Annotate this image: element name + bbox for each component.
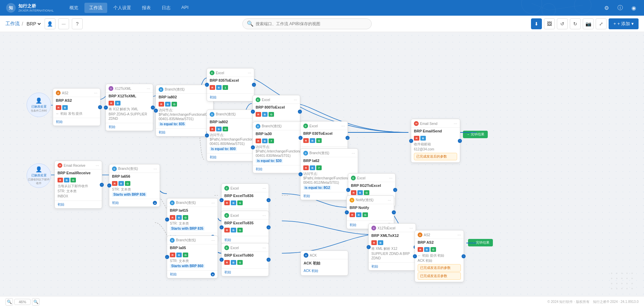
excel5-port-right[interactable]: → xyxy=(267,198,271,202)
redo-btn[interactable]: ↻ xyxy=(570,18,581,29)
settings-icon[interactable]: ⚙ xyxy=(602,3,611,13)
emailsend-port-left[interactable]: ← xyxy=(409,139,413,143)
branch5-status[interactable]: 初始 xyxy=(112,200,119,205)
excel2-menu[interactable]: ··· xyxy=(294,97,297,102)
excel6-status[interactable]: 初始 xyxy=(224,238,231,242)
branch5-menu[interactable]: ··· xyxy=(154,166,157,171)
as2-2-port-right[interactable]: → xyxy=(462,254,466,258)
workflow-canvas[interactable]: 👤 已触发处置 当条件工作时 A AS2 ··· BRP AS2 R B ← 初… xyxy=(0,32,644,307)
as2-node-2[interactable]: A AS2 ··· BRP AS2 R B G ← 初始 提供 初始 ACK 初… xyxy=(415,230,464,282)
branch3-port-left[interactable]: ← xyxy=(251,145,255,149)
nav-reports[interactable]: 报表 xyxy=(137,3,156,13)
branch1-node[interactable]: B Branch(查找) ··· BRP la802 R B G 访问节点: $… xyxy=(156,85,213,136)
excel6-port-left[interactable]: ← xyxy=(220,225,224,229)
x12toxml-node[interactable]: X X12ToXML ··· BRP X12ToXML R B 将 X12 解析… xyxy=(106,84,153,131)
excel5-port-left[interactable]: ← xyxy=(220,198,224,202)
branch6-menu[interactable]: ··· xyxy=(211,200,215,205)
excel1-node[interactable]: E Excel ··· BRP 835ToExcel R B 1 初始 → ← xyxy=(207,68,254,101)
emailsend-done-btn[interactable]: → 完毕结果 xyxy=(463,131,488,138)
emailsend-port-right[interactable]: → xyxy=(458,139,462,143)
add-button[interactable]: + + 添加 ▾ xyxy=(609,18,639,29)
as2-2-done-btn[interactable]: → 完毕结果 xyxy=(468,239,493,246)
nav-overview[interactable]: 概览 xyxy=(65,3,83,13)
excel4-port-right[interactable]: → xyxy=(393,188,397,192)
excel1-menu[interactable]: ··· xyxy=(248,70,251,75)
ack1-status[interactable]: ACK 初始 xyxy=(304,269,318,273)
excel5-menu[interactable]: ··· xyxy=(262,186,266,191)
excel6-port-right[interactable]: → xyxy=(267,225,271,229)
xmltox12-2-menu[interactable]: ··· xyxy=(409,226,413,230)
emailreceive-port-right[interactable]: → xyxy=(100,183,104,187)
camera-btn[interactable]: 📷 xyxy=(583,18,594,29)
nav-api[interactable]: API xyxy=(177,3,193,13)
excel7-port-left[interactable]: ← xyxy=(220,258,224,262)
notify-port-left[interactable]: ← xyxy=(345,210,349,214)
expand-btn[interactable]: ⤢ xyxy=(596,18,607,29)
as2-node-1[interactable]: A AS2 ··· BRP AS2 R B ← 初始 发包 提供 初始 → xyxy=(53,88,100,126)
trigger-node-1[interactable]: 👤 已触发处置 当条件工作时 xyxy=(27,93,51,117)
branch7-port-left[interactable]: ← xyxy=(165,255,169,259)
notify-menu[interactable]: ··· xyxy=(388,198,391,203)
branch6-node[interactable]: B Branch(查找) ··· BRP la415 R B G STR: 文本… xyxy=(167,198,218,241)
branch1-status[interactable]: 初始 xyxy=(159,130,165,135)
emailreceive-menu[interactable]: ··· xyxy=(96,163,99,168)
branch4-port-left[interactable]: ← xyxy=(299,172,303,176)
branch4-status[interactable]: 初始 xyxy=(303,194,310,198)
excel6-node[interactable]: E Excel ··· BRP ExcelTo835 R B G 初始 → ← xyxy=(221,211,269,244)
xmltox12-2-port-left[interactable]: ← xyxy=(367,245,371,249)
excel4-menu[interactable]: ··· xyxy=(389,176,392,180)
zoom-in-btn[interactable]: 🔍 xyxy=(32,298,39,306)
branch3-status[interactable]: 初始 xyxy=(256,167,262,172)
branch5-node[interactable]: B Branch(查找) ··· BRP la656 R B G STR: 文本… xyxy=(109,164,160,207)
x12toxml-menu[interactable]: ··· xyxy=(147,86,150,91)
excel7-status[interactable]: 初始 xyxy=(224,270,231,275)
user-btn[interactable]: 👤 xyxy=(45,18,55,29)
excel6-menu[interactable]: ··· xyxy=(262,213,266,218)
undo-btn[interactable]: ↺ xyxy=(557,18,568,29)
branch1-port-left[interactable]: ← xyxy=(154,109,158,113)
x12toxml-port-left[interactable]: ← xyxy=(104,106,108,110)
workflow-selector[interactable]: BRP xyxy=(25,21,42,27)
branch2-port-left[interactable]: ← xyxy=(205,133,209,138)
nav-workflow[interactable]: 工作流 xyxy=(84,3,107,13)
as2-status-1[interactable]: 初始 xyxy=(56,119,63,124)
excel2-port-right[interactable]: → xyxy=(298,110,302,114)
zoom-level[interactable]: 46% xyxy=(14,299,31,305)
notify-status[interactable]: 初始 xyxy=(350,223,356,227)
trigger-node-2[interactable]: 👤 已触发处置 已接收到以下邮件收件 xyxy=(27,163,51,188)
branch2-status[interactable]: 初始 xyxy=(210,155,216,160)
as2-menu-1[interactable]: ··· xyxy=(94,91,97,95)
emailsend-node[interactable]: ✉ Email Send ··· BRP EmailSend R B 收件箱邮箱… xyxy=(411,119,460,163)
help-icon[interactable]: ⓘ xyxy=(615,3,625,13)
branch5-port-left[interactable]: ← xyxy=(107,183,111,188)
emailreceive-node[interactable]: ✉ Email Receive ··· BRP EmailReceive R B… xyxy=(54,161,102,209)
search-input[interactable] xyxy=(256,21,367,26)
branch4-menu[interactable]: ··· xyxy=(352,151,355,156)
user-icon[interactable]: ◉ xyxy=(629,3,639,13)
xmltox12-2-status[interactable]: 初始 xyxy=(371,264,378,269)
excel2-port-left[interactable]: ← xyxy=(251,110,255,114)
excel1-status[interactable]: 初始 xyxy=(210,95,216,100)
ack1-node[interactable]: A ACK ACK 初始 ACK 初始 xyxy=(301,251,348,276)
excel3-port-left[interactable]: ← xyxy=(299,136,303,140)
excel1-port-left[interactable]: ← xyxy=(205,83,209,87)
nav-logs[interactable]: 日志 xyxy=(157,3,175,13)
as2-2-menu[interactable]: ··· xyxy=(457,232,461,237)
xmltox12-2-node[interactable]: X X12ToExcel ··· BRP XMLToX12 R B 将 XML … xyxy=(368,223,416,271)
breadcrumb-workflow-link[interactable]: 工作流 xyxy=(5,21,20,27)
excel7-node[interactable]: E Excel ··· BRP ExcelTo860 R B G 初始 → ← xyxy=(221,243,269,276)
zoom-out-btn[interactable]: 🔍 xyxy=(5,298,13,306)
notify-port-right[interactable]: → xyxy=(392,210,396,214)
emailsend-menu[interactable]: ··· xyxy=(454,121,457,126)
image-btn[interactable]: 🖼 xyxy=(544,18,555,29)
branch7-port[interactable]: ● xyxy=(211,272,215,276)
more-btn[interactable]: ··· xyxy=(58,18,69,29)
as2-port-right-1[interactable]: → xyxy=(98,105,102,109)
branch5-port[interactable]: ● xyxy=(153,201,157,205)
excel1-port-right[interactable]: → xyxy=(252,83,256,87)
as2-2-port-left[interactable]: ← xyxy=(413,254,417,258)
excel3-menu[interactable]: ··· xyxy=(341,124,345,128)
search-box[interactable]: 🔍 xyxy=(242,18,372,29)
branch6-port-left[interactable]: ← xyxy=(165,217,169,222)
x12toxml-status[interactable]: 初始 xyxy=(109,125,115,129)
